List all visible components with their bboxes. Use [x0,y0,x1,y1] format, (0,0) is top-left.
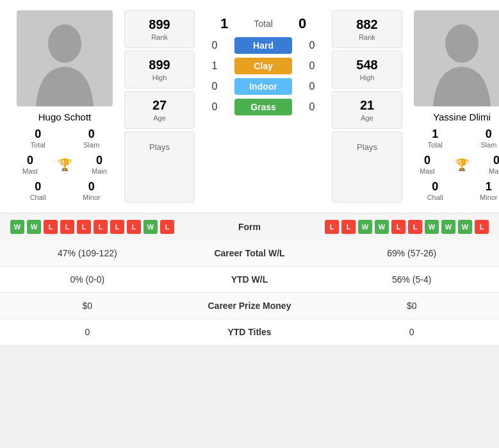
left-age-box: 27 Age [124,91,195,129]
stat-center-label: Career Prize Money [175,293,325,319]
center-section: 1 Total 0 0 Hard 0 1 Clay 0 0 Indoor 0 0 [200,10,327,203]
form-badge: L [127,220,141,234]
left-total-stat: 0 Total [12,126,64,150]
stat-center-label: YTD Titles [175,319,325,345]
left-trophy-row: 0 Mast 🏆 0 Main [10,151,119,178]
main-container: Hugo Schott 0 Total 0 Slam 0 Mast 🏆 [0,0,499,345]
right-rank-box: 882 Rank [332,10,402,48]
right-form: LLWWLLWWWL [281,220,489,234]
right-chall-stat: 0 Chall [409,179,461,203]
form-badge: W [143,220,158,234]
stats-row: 47% (109-122)Career Total W/L69% (57-26) [0,240,499,267]
form-badge: L [408,220,422,234]
form-badge: W [458,220,472,234]
stat-left-value: $0 [0,293,175,319]
left-form: WWLLLLLLWL [10,220,219,234]
left-player-name: Hugo Schott [38,112,92,122]
right-total-stat: 1 Total [409,126,461,150]
left-player-stats: 0 Total 0 Slam 0 Mast 🏆 0 Main [10,126,119,203]
clay-row: 1 Clay 0 [205,58,322,74]
stat-right-value: 0 [324,319,499,345]
right-main-stat: 0 Main [477,153,499,176]
svg-point-1 [445,24,479,63]
total-row: 1 Total 0 [215,15,312,32]
right-trophy-icon: 🏆 [455,158,469,172]
top-section: Hugo Schott 0 Total 0 Slam 0 Mast 🏆 [0,0,499,213]
right-player-name: Yassine Dlimi [433,112,491,122]
grass-row: 0 Grass 0 [205,99,322,115]
right-player-avatar [414,10,499,106]
right-age-box: 21 Age [332,91,402,129]
form-badge: W [10,220,24,234]
svg-point-0 [48,24,81,63]
stats-row: $0Career Prize Money$0 [0,293,499,319]
left-player-avatar [17,10,113,106]
form-badge: L [325,220,339,234]
stats-row: 0% (0-0)YTD W/L56% (5-4) [0,267,499,293]
right-high-box: 548 High [332,51,402,88]
left-slam-stat: 0 Slam [65,126,118,150]
right-trophy-row: 0 Mast 🏆 0 Main [407,151,499,178]
stats-row: 0YTD Titles0 [0,319,499,345]
stat-center-label: Career Total W/L [175,240,325,267]
right-minor-stat: 1 Minor [462,179,499,203]
form-badge: W [441,220,455,234]
form-badge: L [77,220,91,234]
right-middle-stats: 882 Rank 548 High 21 Age Plays [332,10,402,203]
left-main-stat: 0 Main [79,153,119,176]
stat-right-value: 69% (57-26) [324,240,499,267]
form-badge: W [425,220,439,234]
right-plays-box: Plays [332,131,402,203]
indoor-button[interactable]: Indoor [234,78,292,95]
stat-left-value: 47% (109-122) [0,240,175,267]
right-mast-stat: 0 Mast [407,153,447,176]
form-badge: L [391,220,405,234]
left-plays-box: Plays [124,131,195,203]
right-slam-stat: 0 Slam [462,126,499,150]
stats-table: 47% (109-122)Career Total W/L69% (57-26)… [0,240,499,345]
form-badge: L [60,220,74,234]
stat-right-value: $0 [324,293,499,319]
left-rank-box: 899 Rank [124,10,195,48]
form-badge: L [341,220,356,234]
left-minor-stat: 0 Minor [65,179,118,203]
grass-button[interactable]: Grass [234,99,292,115]
indoor-row: 0 Indoor 0 [205,78,322,95]
right-player-card: Yassine Dlimi 1 Total 0 Slam 0 Mast 🏆 [407,10,499,203]
clay-button[interactable]: Clay [234,58,292,74]
left-trophy-icon: 🏆 [58,158,72,172]
form-badge: L [160,220,174,234]
form-section: WWLLLLLLWL Form LLWWLLWWWL [0,213,499,240]
form-badge: W [358,220,372,234]
left-mast-stat: 0 Mast [10,153,50,176]
stat-left-value: 0% (0-0) [0,267,175,293]
right-player-stats: 1 Total 0 Slam 0 Mast 🏆 0 Main [407,126,499,203]
form-badge: L [110,220,124,234]
form-badge: L [475,220,489,234]
form-label: Form [224,222,275,232]
stat-left-value: 0 [0,319,175,345]
stat-right-value: 56% (5-4) [324,267,499,293]
left-middle-stats: 899 Rank 899 High 27 Age Plays [124,10,195,203]
form-badge: L [94,220,108,234]
hard-row: 0 Hard 0 [205,37,322,54]
hard-button[interactable]: Hard [234,37,292,54]
stat-center-label: YTD W/L [175,267,325,293]
left-high-box: 899 High [124,51,195,88]
form-badge: L [44,220,58,234]
left-player-card: Hugo Schott 0 Total 0 Slam 0 Mast 🏆 [10,10,119,203]
left-chall-stat: 0 Chall [12,179,64,203]
form-badge: W [27,220,41,234]
form-badge: W [375,220,389,234]
